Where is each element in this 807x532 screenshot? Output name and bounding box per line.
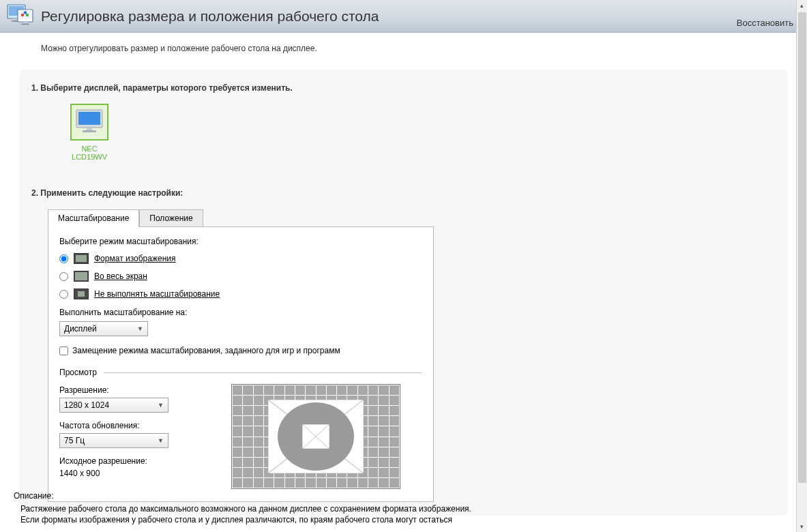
description-heading: Описание: [14,491,780,501]
page-title: Регулировка размера и положения рабочего… [41,8,379,25]
restore-link[interactable]: Восстановить [737,18,793,28]
preview-section-label: Просмотр [59,368,97,377]
perform-on-label: Выполнить масштабирование на: [59,308,422,317]
noscale-icon [74,289,89,299]
step1-heading: 1. Выберите дисплей, параметры которого … [31,83,776,93]
step2-heading: 2. Применить следующие настройки: [31,188,776,198]
radio-none-label: Не выполнять масштабирование [94,289,220,299]
tab-scaling[interactable]: Масштабирование [48,209,139,227]
fullscreen-icon [74,271,89,282]
refresh-combo[interactable]: 75 Гц ▼ [59,433,168,448]
settings-section: 1. Выберите дисплей, параметры которого … [19,70,788,516]
svg-point-6 [21,13,24,16]
radio-fullscreen-label: Во весь экран [94,271,147,281]
native-res-label: Исходное разрешение: [59,456,209,466]
perform-on-combo[interactable]: Дисплей ▼ [59,321,148,336]
svg-rect-9 [23,22,27,24]
preview-row: Разрешение: 1280 x 1024 ▼ Частота обновл… [59,384,422,489]
radio-fullscreen-input[interactable] [59,272,68,281]
svg-point-8 [24,11,27,14]
vertical-scrollbar[interactable]: ▴ ▾ [796,0,807,532]
monitor-icon [74,107,104,137]
intro-text: Можно отрегулировать размер и положение … [41,44,766,53]
svg-rect-14 [83,130,96,132]
test-pattern [231,384,400,489]
refresh-label: Частота обновления: [59,421,209,430]
refresh-value: 75 Гц [64,436,85,445]
preview-separator: Просмотр [59,368,422,377]
radio-aspect-label: Формат изображения [94,254,175,263]
resolution-combo[interactable]: 1280 x 1024 ▼ [59,398,168,413]
chevron-down-icon: ▼ [137,325,143,332]
chevron-down-icon: ▼ [158,437,164,444]
tab-position[interactable]: Положение [139,209,203,227]
radio-fullscreen[interactable]: Во весь экран [59,271,422,282]
display-name-label: NEC LCD19WV [65,145,113,161]
radio-none[interactable]: Не выполнять масштабирование [59,289,422,299]
tab-strip: Масштабирование Положение [48,209,776,226]
svg-rect-13 [87,128,92,130]
display-settings-icon [7,4,34,29]
scroll-up-button[interactable]: ▴ [797,0,807,11]
description-body: Растяжение рабочего стола до максимально… [20,503,780,525]
resolution-value: 1280 x 1024 [64,400,109,410]
scroll-thumb[interactable] [798,12,806,483]
override-label: Замещение режима масштабирования, заданн… [72,346,340,355]
override-checkbox-row[interactable]: Замещение режима масштабирования, заданн… [59,346,422,355]
display-tile[interactable]: NEC LCD19WV [65,104,113,161]
radio-none-input[interactable] [59,290,68,299]
svg-rect-12 [78,112,100,125]
separator-line [104,372,422,373]
display-tile-box[interactable] [70,104,108,141]
description-block: Описание: Растяжение рабочего стола до м… [14,491,780,525]
svg-point-7 [26,13,29,16]
scroll-down-button[interactable]: ▾ [797,521,807,532]
preview-image-container [209,384,422,489]
page-header: Регулировка размера и положения рабочего… [0,0,807,33]
override-checkbox[interactable] [59,346,68,355]
scaling-panel: Выберите режим масштабирования: Формат и… [48,226,434,502]
perform-on-value: Дисплей [64,324,97,334]
chevron-down-icon: ▼ [158,402,164,409]
aspect-icon [74,253,89,264]
radio-aspect[interactable]: Формат изображения [59,253,422,264]
preview-controls: Разрешение: 1280 x 1024 ▼ Частота обновл… [59,384,209,489]
resolution-label: Разрешение: [59,385,209,395]
radio-aspect-input[interactable] [59,254,68,263]
test-pattern-svg [268,400,364,473]
content-area: Можно отрегулировать размер и положение … [0,33,807,516]
scaling-mode-label: Выберите режим масштабирования: [59,237,422,246]
svg-rect-10 [21,23,29,25]
native-res-value: 1440 x 900 [59,469,209,478]
